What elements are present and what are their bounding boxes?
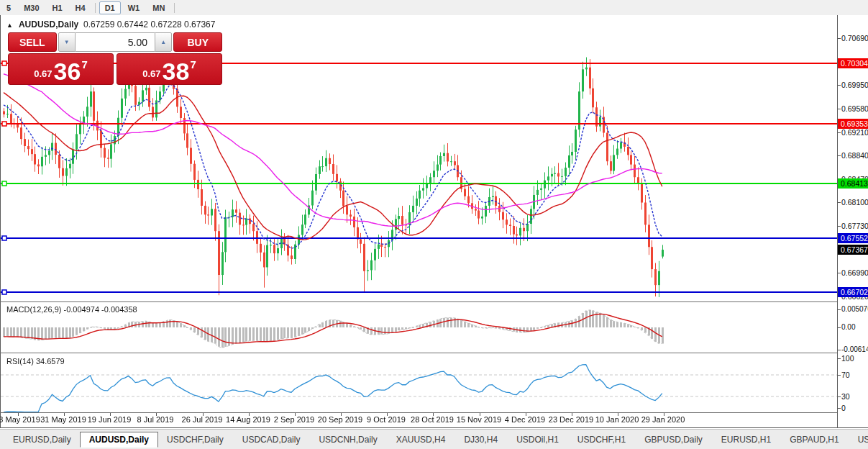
chevron-up-icon: ▲ (160, 39, 166, 45)
date-tick-label: 4 Dec 2019 (505, 415, 545, 424)
date-tick-label: 8 Jul 2019 (137, 415, 174, 424)
macd-axis-label: 0.005076 (841, 305, 868, 313)
date-tick-label: 14 Aug 2019 (226, 415, 270, 424)
timeframe-button-h1[interactable]: H1 (47, 1, 68, 14)
chart-tab-eurusd-h1[interactable]: EURUSD,H1 (713, 432, 780, 447)
buy-button[interactable]: BUY (173, 32, 222, 52)
toolbar-separator (174, 3, 175, 13)
chart-tab-xauusd-h4[interactable]: XAUUSD,H4 (388, 432, 454, 447)
sell-price-prefix: 0.67 (34, 68, 52, 79)
chart-tab-gbpusd-daily[interactable]: GBPUSD,Daily (636, 432, 711, 447)
toolbar-separator (95, 3, 96, 13)
price-level-badge: 0.67552 (838, 233, 868, 243)
macd-axis-label: 0.00 (841, 323, 855, 331)
buy-price-big: 38 (163, 60, 190, 82)
price-axis[interactable]: 0.706900.699500.695800.692100.688400.684… (837, 15, 868, 427)
collapse-chart-icon[interactable]: ▲ (6, 22, 13, 29)
macd-axis-label: -0.006148 (841, 345, 868, 353)
chart-tab-bar: EURUSD,DailyAUDUSD,DailyUSDCHF,DailyUSDC… (0, 429, 868, 449)
buy-price-box[interactable]: 0.67387 (117, 53, 222, 85)
volume-input[interactable] (76, 32, 155, 52)
date-tick-label: 13 May 2019 (0, 415, 40, 424)
sell-price-box[interactable]: 0.67367 (8, 53, 114, 85)
date-tick-label: 2 Sep 2019 (274, 415, 314, 424)
rsi-axis-label: 70 (841, 371, 850, 379)
chart-tab-usdchf-daily[interactable]: USDCHF,Daily (158, 432, 232, 447)
rsi-axis-label: 0 (841, 404, 846, 412)
main-macd-separator[interactable] (0, 301, 868, 302)
date-tick-label: 31 May 2019 (40, 415, 86, 424)
price-tick-label: 0.70690 (841, 34, 868, 42)
price-level-badge: 0.67367 (838, 245, 868, 255)
rsi-indicator-label: RSI(14) 34.6579 (6, 357, 65, 366)
date-tick-label: 28 Oct 2019 (411, 415, 454, 424)
date-tick-label: 15 Nov 2019 (457, 415, 501, 424)
chart-tab-dj30-h4[interactable]: DJ30,H4 (455, 432, 506, 447)
terminal-window: 5M30H1H4D1W1MN ▲AUDUSD,Daily 0.67259 0.6… (0, 0, 868, 449)
date-tick-label: 20 Sep 2019 (318, 415, 362, 424)
rsi-axis-label: 100 (841, 354, 854, 363)
price-tick-label: 0.66990 (841, 268, 868, 277)
macd-indicator-label: MACD(12,26,9) -0.004974 -0.004358 (6, 305, 137, 314)
sell-price-sup: 7 (81, 58, 87, 71)
chart-title: ▲AUDUSD,Daily 0.67259 0.67442 0.67228 0.… (6, 19, 215, 30)
volume-increase-button[interactable]: ▲ (155, 32, 172, 52)
timeframe-button-h4[interactable]: H4 (70, 1, 91, 14)
timeframe-button-d1[interactable]: D1 (99, 1, 121, 14)
price-level-badge: 0.69353 (838, 119, 868, 129)
chart-tab-usdoil-h1[interactable]: USDOil,H1 (508, 432, 567, 447)
timeframe-button-w1[interactable]: W1 (122, 1, 146, 14)
price-tick-label: 0.68840 (841, 151, 868, 160)
chart-tab-usdchf-h1[interactable]: USDCHF,H1 (569, 432, 634, 447)
price-tick-label: 0.68100 (841, 198, 868, 207)
timeframe-button-5[interactable]: 5 (1, 1, 17, 14)
price-level-badge: 0.66702 (838, 287, 868, 297)
price-tick-label: 0.69950 (841, 81, 868, 89)
date-tick-label: 19 Jun 2019 (88, 415, 132, 424)
sell-price-big: 36 (54, 60, 81, 82)
date-tick-label: 29 Jan 2020 (641, 415, 685, 424)
volume-decrease-button[interactable]: ▼ (58, 32, 76, 52)
buy-price-prefix: 0.67 (142, 68, 160, 79)
price-level-badge: 0.70304 (838, 58, 868, 68)
date-tick-label: 23 Dec 2019 (549, 415, 593, 424)
timeframe-button-m30[interactable]: M30 (18, 1, 45, 14)
timeframe-toolbar: 5M30H1H4D1W1MN (0, 0, 868, 16)
chart-tab-gbpaud-h1[interactable]: GBPAUD,H1 (781, 432, 847, 447)
chart-tab-audusd-daily[interactable]: AUDUSD,Daily (80, 432, 158, 448)
price-level-badge: 0.68413 (838, 178, 868, 189)
chart-tab-usdcnh-daily[interactable]: USDCNH,Daily (310, 432, 385, 447)
chart-tab-usd[interactable]: USD (849, 432, 868, 447)
chart-symbol-label: AUDUSD,Daily (19, 19, 78, 30)
price-tick-label: 0.69580 (841, 104, 868, 113)
date-tick-label: 10 Jan 2020 (595, 415, 639, 424)
buy-price-sup: 7 (190, 58, 196, 71)
chart-window: ▲AUDUSD,Daily 0.67259 0.67442 0.67228 0.… (0, 15, 868, 428)
sell-button[interactable]: SELL (8, 32, 57, 52)
date-tick-label: 26 Jul 2019 (182, 415, 223, 424)
rsi-axis-label: 30 (841, 392, 850, 401)
price-tick-label: 0.67730 (841, 222, 868, 230)
chevron-down-icon: ▼ (64, 39, 70, 45)
rsi-axis-separator (0, 412, 868, 413)
date-tick-label: 9 Oct 2019 (367, 415, 406, 424)
macd-rsi-separator[interactable] (0, 353, 868, 353)
chart-tab-eurusd-daily[interactable]: EURUSD,Daily (4, 432, 80, 447)
chart-tab-usdcad-daily[interactable]: USDCAD,Daily (234, 432, 309, 447)
price-tick-label: 0.69210 (841, 128, 868, 137)
chart-ohlc-values: 0.67259 0.67442 0.67228 0.67367 (83, 19, 216, 30)
one-click-trading-panel: SELL ▼ ▲ BUY 0.67367 0.67387 (8, 32, 222, 85)
timeframe-button-mn[interactable]: MN (147, 1, 170, 14)
